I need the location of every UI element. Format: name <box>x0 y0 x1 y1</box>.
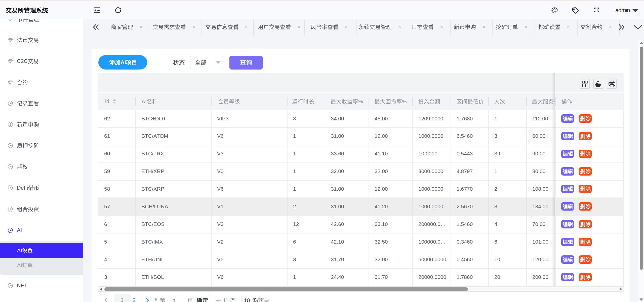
svg-text:$: $ <box>9 123 11 126</box>
